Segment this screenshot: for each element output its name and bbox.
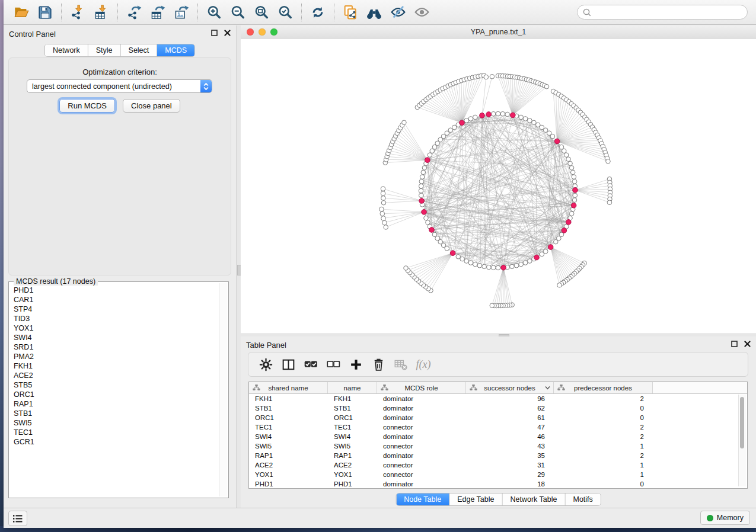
table-cell: 47 xyxy=(466,422,554,432)
mcds-result-item[interactable]: PHD1 xyxy=(14,286,219,295)
table-row[interactable]: ORC1ORC1dominator610 xyxy=(249,413,747,422)
memory-label: Memory xyxy=(717,514,744,522)
float-panel-icon[interactable] xyxy=(731,341,738,347)
function-builder-icon[interactable]: f(x) xyxy=(414,355,432,373)
table-cell: connector xyxy=(377,460,466,470)
table-cell: SWI4 xyxy=(249,432,328,441)
eye-icon[interactable] xyxy=(413,4,430,21)
table-scrollbar-thumb[interactable] xyxy=(740,397,744,448)
node-table-header: shared namenameMCDS rolesuccessor nodesp… xyxy=(249,382,747,394)
table-row[interactable]: FKH1FKH1dominator962 xyxy=(249,394,747,403)
zoom-fit-icon[interactable] xyxy=(253,4,270,21)
tab-edge-table[interactable]: Edge Table xyxy=(449,493,502,505)
mcds-result-item[interactable]: CAR1 xyxy=(14,295,219,305)
network-window-titlebar[interactable]: YPA_prune.txt_1 xyxy=(241,25,756,40)
mcds-result-item[interactable]: ORC1 xyxy=(14,390,219,399)
table-row[interactable]: SWI5SWI5connector431 xyxy=(249,441,747,451)
mcds-result-item[interactable]: TID3 xyxy=(14,314,219,323)
check-all-icon[interactable] xyxy=(302,355,320,373)
table-cell: 0 xyxy=(554,479,653,489)
tab-network-table[interactable]: Network Table xyxy=(502,493,565,505)
split-columns-icon[interactable] xyxy=(279,355,297,373)
column-header-name[interactable]: name xyxy=(328,382,377,393)
close-panel-button[interactable]: Close panel xyxy=(123,99,180,113)
table-row[interactable]: YOX1YOX1connector291 xyxy=(249,470,747,479)
mcds-result-item[interactable]: YOX1 xyxy=(14,323,219,333)
tab-node-table[interactable]: Node Table xyxy=(396,493,449,505)
import-network-icon[interactable] xyxy=(69,4,87,21)
mcds-result-item[interactable]: STP4 xyxy=(14,305,219,314)
status-bar: Memory xyxy=(4,508,756,528)
export-table-icon[interactable] xyxy=(149,4,167,21)
binoculars-icon[interactable] xyxy=(365,4,383,21)
tab-network[interactable]: Network xyxy=(45,44,88,56)
table-row[interactable]: PHD1PHD1dominator180 xyxy=(249,479,747,489)
export-image-icon[interactable] xyxy=(173,4,190,21)
mcds-result-item[interactable]: FKH1 xyxy=(14,361,219,371)
column-header-successor-nodes[interactable]: successor nodes xyxy=(466,382,554,393)
table-row[interactable]: TEC1TEC1connector472 xyxy=(249,422,747,432)
float-panel-icon[interactable] xyxy=(211,30,218,36)
import-table-icon[interactable] xyxy=(92,4,110,21)
circular-arrows-icon[interactable] xyxy=(309,4,327,21)
network-view-window: YPA_prune.txt_1 xyxy=(241,25,756,334)
table-scrollbar[interactable] xyxy=(738,395,746,486)
column-header-predecessor-nodes[interactable]: predecessor nodes xyxy=(554,382,653,393)
table-cell: 96 xyxy=(466,394,554,403)
mcds-result-item[interactable]: PMA2 xyxy=(14,352,219,361)
mcds-result-item[interactable]: GCR1 xyxy=(14,437,219,447)
table-cell: TEC1 xyxy=(249,422,328,432)
search-input[interactable] xyxy=(592,8,742,17)
table-row[interactable]: STB1STB1dominator620 xyxy=(249,403,747,413)
mcds-result-item[interactable]: SWI5 xyxy=(14,418,219,428)
table-row[interactable]: RAP1RAP1dominator352 xyxy=(249,451,747,460)
zoom-in-icon[interactable] xyxy=(205,4,223,21)
table-row[interactable]: ACE2ACE2connector311 xyxy=(249,460,747,470)
clone-network-icon[interactable] xyxy=(342,4,359,21)
zoom-out-icon[interactable] xyxy=(229,4,247,21)
zoom-selected-icon[interactable] xyxy=(276,4,294,21)
tab-select[interactable]: Select xyxy=(120,44,157,56)
mcds-result-item[interactable]: SWI4 xyxy=(14,333,219,342)
run-mcds-button[interactable]: Run MCDS xyxy=(59,99,115,113)
column-header-MCDS-role[interactable]: MCDS role xyxy=(377,382,466,393)
close-panel-icon[interactable] xyxy=(224,30,231,36)
table-cell: dominator xyxy=(377,451,466,460)
toolbar-separator xyxy=(301,4,302,21)
mcds-result-item[interactable]: ACE2 xyxy=(14,371,219,380)
gear-icon[interactable] xyxy=(257,355,275,373)
mcds-result-item[interactable]: STB5 xyxy=(14,380,219,390)
table-cell: connector xyxy=(377,422,466,432)
column-header-shared-name[interactable]: shared name xyxy=(249,382,328,393)
network-graph[interactable] xyxy=(241,39,756,334)
table-cell: dominator xyxy=(377,413,466,422)
mcds-list-scrollbar[interactable] xyxy=(219,283,227,496)
mcds-result-item[interactable]: STB1 xyxy=(14,409,219,418)
tab-motifs[interactable]: Motifs xyxy=(564,493,600,505)
optimization-criterion-select[interactable]: largest connected component (undirected) xyxy=(27,79,212,93)
save-session-icon[interactable] xyxy=(36,4,54,21)
task-history-button[interactable] xyxy=(8,511,27,526)
delete-column-icon[interactable] xyxy=(369,355,387,373)
tab-mcds[interactable]: MCDS xyxy=(157,44,194,56)
uncheck-all-icon[interactable] xyxy=(324,355,342,373)
close-panel-icon[interactable] xyxy=(744,341,751,347)
tab-style[interactable]: Style xyxy=(88,44,120,56)
mcds-result-item[interactable]: RAP1 xyxy=(14,399,219,409)
export-network-icon[interactable] xyxy=(125,4,143,21)
search-field[interactable] xyxy=(577,5,748,20)
control-panel-tabbar: NetworkStyleSelectMCDS xyxy=(44,44,195,57)
delete-table-icon[interactable] xyxy=(392,355,410,373)
table-cell: 2 xyxy=(554,451,653,460)
memory-button[interactable]: Memory xyxy=(700,511,750,525)
optimization-criterion-value: largest connected component (undirected) xyxy=(27,82,200,91)
table-cell: 0 xyxy=(554,403,653,413)
open-file-icon[interactable] xyxy=(12,4,30,21)
table-row[interactable]: SWI4SWI4dominator462 xyxy=(249,432,747,441)
mcds-result-item[interactable]: SRD1 xyxy=(14,342,219,352)
add-column-icon[interactable] xyxy=(347,355,365,373)
mcds-result-item[interactable]: TEC1 xyxy=(14,428,219,437)
eye-slash-icon[interactable] xyxy=(389,4,407,21)
network-canvas[interactable] xyxy=(241,39,756,334)
table-cell: ORC1 xyxy=(249,413,328,422)
